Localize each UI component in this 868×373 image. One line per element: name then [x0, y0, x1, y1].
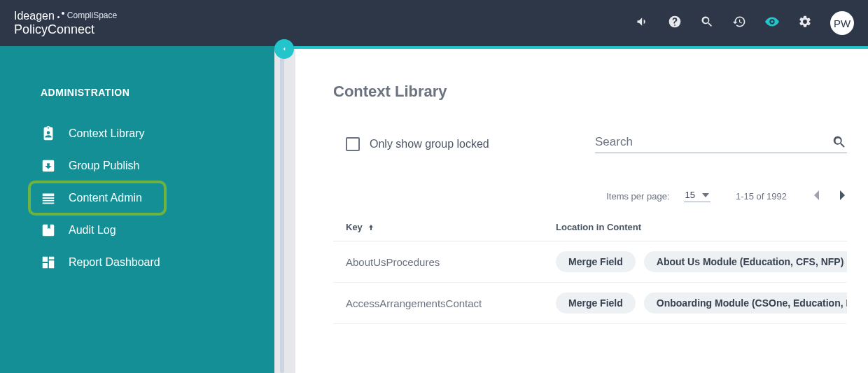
caret-down-icon [702, 193, 709, 197]
search-input[interactable] [595, 135, 832, 149]
key-cell: AccessArrangementsContact [346, 297, 556, 309]
checkbox-box-icon [346, 137, 360, 151]
dashboard-icon [41, 255, 56, 270]
bookmark-box-icon [41, 223, 56, 238]
sidebar-item-group-publish[interactable]: Group Publish [0, 150, 274, 182]
refresh-clock-icon[interactable] [732, 15, 746, 31]
page-size-select[interactable]: 15 [684, 190, 710, 202]
chip[interactable]: Onboarding Module (CSOne, Education, NSW… [644, 293, 847, 314]
search-field[interactable] [595, 134, 847, 153]
chevron-right-icon [840, 190, 847, 200]
download-box-icon [41, 158, 56, 174]
brand-name-primary: Ideagen [14, 9, 55, 22]
spark-icon [57, 12, 64, 19]
search-icon[interactable] [700, 15, 714, 31]
visibility-icon[interactable] [764, 14, 780, 32]
search-icon [832, 134, 847, 150]
clipboard-user-icon [41, 126, 56, 141]
announce-icon[interactable] [636, 15, 650, 31]
sidebar-item-label: Context Library [69, 127, 145, 140]
chip[interactable]: Merge Field [556, 251, 636, 272]
app-header: Ideagen CompliSpace PolicyConnect PW [0, 0, 868, 46]
sidebar-heading: ADMINISTRATION [0, 87, 274, 118]
settings-icon[interactable] [798, 15, 812, 31]
product-name: PolicyConnect [14, 22, 117, 38]
sidebar-item-label: Group Publish [69, 160, 139, 172]
list-box-icon [41, 190, 56, 206]
table-header-row: Key Location in Content [333, 222, 847, 241]
brand-name-secondary: CompliSpace [67, 10, 117, 20]
sidebar-item-content-admin[interactable]: Content Admin [29, 182, 165, 214]
sidebar-resize-strip[interactable] [274, 49, 295, 373]
column-location-header[interactable]: Location in Content [556, 222, 847, 232]
chevron-left-icon [812, 190, 819, 200]
page-size-value: 15 [685, 190, 695, 200]
items-per-page-label: Items per page: [606, 191, 669, 202]
collapse-sidebar-button[interactable] [274, 39, 294, 59]
sort-asc-icon [367, 223, 375, 232]
brand-block: Ideagen CompliSpace PolicyConnect [14, 9, 117, 38]
prev-page-button[interactable] [812, 190, 819, 202]
sidebar-item-label: Report Dashboard [69, 256, 160, 269]
sidebar-item-audit-log[interactable]: Audit Log [0, 214, 274, 246]
sidebar-item-label: Audit Log [69, 224, 116, 237]
help-icon[interactable] [668, 15, 682, 31]
key-cell: AboutUsProcedures [346, 256, 556, 268]
table-row[interactable]: AboutUsProcedures Merge Field About Us M… [333, 241, 847, 283]
table-row[interactable]: AccessArrangementsContact Merge Field On… [333, 283, 847, 324]
sidebar-item-report-dashboard[interactable]: Report Dashboard [0, 246, 274, 279]
sidebar-item-label: Content Admin [69, 192, 142, 204]
page-title: Context Library [333, 83, 847, 101]
sidebar-item-context-library[interactable]: Context Library [0, 118, 274, 150]
pagination-bar: Items per page: 15 1-15 of 1992 [333, 190, 847, 202]
chip[interactable]: Merge Field [556, 293, 636, 314]
checkbox-label: Only show group locked [370, 138, 489, 150]
user-avatar[interactable]: PW [830, 11, 854, 35]
next-page-button[interactable] [840, 190, 847, 202]
main-content: Context Library Only show group locked I… [295, 49, 868, 373]
chip[interactable]: About Us Module (Education, CFS, NFP) [644, 251, 847, 272]
column-key-header[interactable]: Key [346, 222, 556, 232]
sidebar-nav: ADMINISTRATION Context Library Group Pub… [0, 49, 274, 373]
page-range-text: 1-15 of 1992 [736, 191, 787, 202]
chevron-left-icon [281, 45, 288, 52]
only-locked-checkbox[interactable]: Only show group locked [346, 137, 489, 151]
